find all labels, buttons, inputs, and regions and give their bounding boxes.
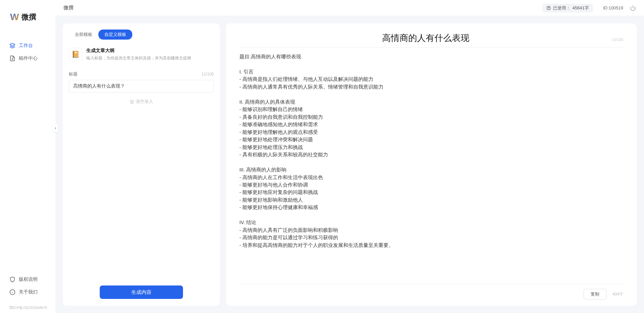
sidebar: W 微撰 工作台 稿件中心 版权说明 关于我们 鄂ICP备2022016946号 bbox=[0, 0, 55, 313]
logo: W 微撰 bbox=[0, 0, 55, 33]
main: 微撰 已使用： 45641字 ID:100519 全部模板 自定义模板 📔 bbox=[55, 0, 644, 313]
clear-input-button[interactable]: 清空录入 bbox=[63, 99, 220, 105]
sidebar-item-about[interactable]: 关于我们 bbox=[0, 286, 55, 299]
title-field: 标题 11/100 bbox=[63, 67, 220, 93]
shield-icon bbox=[9, 276, 15, 282]
field-counter: 11/100 bbox=[201, 72, 214, 76]
content: 全部模板 自定义模板 📔 生成文章大纲 输入标题，为你提供文章主体的灵感，并为其… bbox=[55, 16, 644, 313]
sidebar-item-label: 关于我们 bbox=[19, 289, 38, 295]
sidebar-item-workspace[interactable]: 工作台 bbox=[0, 39, 55, 52]
sidebar-item-label: 版权说明 bbox=[19, 276, 38, 282]
icp-footer: 鄂ICP备2022016946号 bbox=[0, 305, 55, 313]
template-tabs: 全部模板 自定义模板 bbox=[63, 30, 220, 44]
generate-button[interactable]: 生成内容 bbox=[100, 285, 183, 299]
template-name: 生成文章大纲 bbox=[86, 48, 191, 54]
template-card[interactable]: 📔 生成文章大纲 输入标题，为你提供文章主体的灵感，并为其创建推文提纲 bbox=[63, 44, 220, 67]
doc-body[interactable]: 题目:高情商的人有哪些表现 I. 引言 - 高情商是指人们处理情绪、与他人互动以… bbox=[239, 53, 623, 280]
title-counter: 10/100 bbox=[612, 38, 623, 42]
word-count: 404字 bbox=[612, 292, 623, 297]
collapse-sidebar-button[interactable] bbox=[53, 124, 58, 132]
sidebar-item-label: 稿件中心 bbox=[19, 55, 38, 61]
logo-mark: W bbox=[10, 12, 19, 22]
doc-title[interactable]: 高情商的人有什么表现 bbox=[239, 32, 612, 44]
trash-icon bbox=[130, 99, 134, 104]
topbar: 微撰 已使用： 45641字 ID:100519 bbox=[55, 0, 644, 16]
sidebar-nav: 工作台 稿件中心 bbox=[0, 33, 55, 273]
sidebar-bottom: 版权说明 关于我们 bbox=[0, 273, 55, 305]
doc-title-row: 高情商的人有什么表现 10/100 bbox=[239, 32, 623, 48]
tab-custom-templates[interactable]: 自定义模板 bbox=[98, 30, 132, 40]
usage-prefix: 已使用： bbox=[553, 5, 570, 11]
sidebar-item-drafts[interactable]: 稿件中心 bbox=[0, 52, 55, 65]
cube-icon bbox=[9, 43, 15, 49]
document-icon bbox=[9, 55, 15, 61]
logo-text: 微撰 bbox=[21, 12, 36, 22]
text-icon bbox=[546, 6, 551, 10]
page-title: 微撰 bbox=[63, 5, 74, 11]
power-icon bbox=[630, 5, 636, 11]
template-panel: 全部模板 自定义模板 📔 生成文章大纲 输入标题，为你提供文章主体的灵感，并为其… bbox=[63, 23, 220, 306]
sidebar-item-copyright[interactable]: 版权说明 bbox=[0, 273, 55, 286]
field-label: 标题 bbox=[69, 71, 78, 77]
template-icon: 📔 bbox=[69, 48, 82, 61]
title-input[interactable] bbox=[69, 80, 214, 93]
sidebar-item-label: 工作台 bbox=[19, 43, 33, 49]
output-panel: 高情商的人有什么表现 10/100 题目:高情商的人有哪些表现 I. 引言 - … bbox=[226, 23, 637, 306]
copy-button[interactable]: 复制 bbox=[584, 289, 606, 300]
info-icon bbox=[9, 289, 15, 295]
power-button[interactable] bbox=[630, 5, 636, 11]
chevron-left-icon bbox=[54, 126, 57, 130]
usage-badge[interactable]: 已使用： 45641字 bbox=[542, 4, 593, 12]
template-desc: 输入标题，为你提供文章主体的灵感，并为其创建推文提纲 bbox=[86, 55, 191, 61]
tab-all-templates[interactable]: 全部模板 bbox=[69, 30, 98, 40]
doc-footer: 复制 404字 bbox=[239, 284, 623, 300]
user-id: ID:100519 bbox=[603, 5, 623, 10]
clear-label: 清空录入 bbox=[136, 99, 153, 105]
usage-value: 45641字 bbox=[572, 5, 589, 11]
